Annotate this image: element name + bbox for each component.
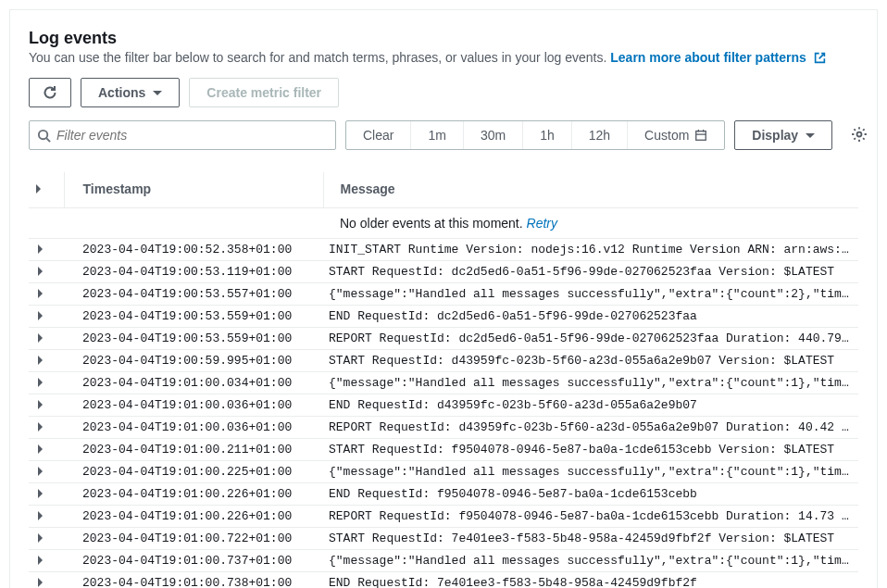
triangle-right-icon xyxy=(38,422,43,432)
timestamp-cell: 2023-04-04T19:01:00.036+01:00 xyxy=(64,417,323,439)
triangle-right-icon xyxy=(36,184,41,194)
message-cell: INIT_START Runtime Version: nodejs:16.v1… xyxy=(323,239,858,261)
timestamp-cell: 2023-04-04T19:01:00.034+01:00 xyxy=(64,372,323,394)
message-cell: START RequestId: f9504078-0946-5e87-ba0a… xyxy=(323,439,858,461)
table-row[interactable]: 2023-04-04T19:01:00.036+01:00END Request… xyxy=(29,394,858,417)
timestamp-cell: 2023-04-04T19:01:00.225+01:00 xyxy=(64,461,323,483)
message-cell: END RequestId: 7e401ee3-f583-5b48-958a-4… xyxy=(323,572,858,589)
external-link-icon xyxy=(814,52,826,64)
search-icon xyxy=(37,129,51,143)
table-row[interactable]: 2023-04-04T19:00:53.559+01:00END Request… xyxy=(29,306,858,328)
table-row[interactable]: 2023-04-04T19:00:53.557+01:00{"message":… xyxy=(29,283,858,306)
triangle-right-icon xyxy=(38,578,43,587)
chevron-down-icon xyxy=(153,91,162,95)
chevron-down-icon xyxy=(806,133,815,138)
message-cell: END RequestId: d43959fc-023b-5f60-a23d-0… xyxy=(323,394,858,417)
expand-toggle[interactable] xyxy=(29,506,64,528)
time-custom-button[interactable]: Custom xyxy=(628,121,724,149)
triangle-right-icon xyxy=(38,378,43,387)
table-row[interactable]: 2023-04-04T19:01:00.225+01:00{"message":… xyxy=(29,461,858,483)
timestamp-cell: 2023-04-04T19:01:00.737+01:00 xyxy=(64,550,323,572)
message-cell: START RequestId: dc2d5ed6-0a51-5f96-99de… xyxy=(323,261,858,283)
time-1m-button[interactable]: 1m xyxy=(411,121,463,149)
triangle-right-icon xyxy=(38,489,43,498)
timestamp-cell: 2023-04-04T19:01:00.738+01:00 xyxy=(64,572,323,589)
expand-toggle[interactable] xyxy=(29,572,64,589)
triangle-right-icon xyxy=(38,400,43,409)
action-toolbar: Actions Create metric filter xyxy=(29,78,858,107)
expand-column-header[interactable] xyxy=(29,172,64,208)
message-column-header[interactable]: Message xyxy=(323,172,858,208)
expand-toggle[interactable] xyxy=(29,239,64,261)
table-row[interactable]: 2023-04-04T19:00:52.358+01:00INIT_START … xyxy=(29,239,858,261)
message-cell: END RequestId: f9504078-0946-5e87-ba0a-1… xyxy=(323,483,858,506)
learn-more-link[interactable]: Learn more about filter patterns xyxy=(610,50,825,65)
table-row[interactable]: 2023-04-04T19:00:53.119+01:00START Reque… xyxy=(29,261,858,283)
expand-toggle[interactable] xyxy=(29,306,64,328)
search-input[interactable] xyxy=(56,128,328,143)
table-row[interactable]: 2023-04-04T19:01:00.722+01:00START Reque… xyxy=(29,528,858,550)
message-cell: START RequestId: 7e401ee3-f583-5b48-958a… xyxy=(323,528,858,550)
table-header-row: Timestamp Message xyxy=(29,172,858,208)
expand-toggle[interactable] xyxy=(29,350,64,372)
actions-label: Actions xyxy=(98,85,145,100)
time-30m-button[interactable]: 30m xyxy=(464,121,523,149)
page-subtitle: You can use the filter bar below to sear… xyxy=(29,50,858,65)
filter-controls: Clear 1m 30m 1h 12h Custom Display xyxy=(29,120,858,150)
table-row[interactable]: 2023-04-04T19:01:00.034+01:00{"message":… xyxy=(29,372,858,394)
page-title: Log events xyxy=(29,29,858,48)
triangle-right-icon xyxy=(38,289,43,298)
timestamp-cell: 2023-04-04T19:01:00.226+01:00 xyxy=(64,506,323,528)
expand-toggle[interactable] xyxy=(29,550,64,572)
create-metric-label: Create metric filter xyxy=(206,85,321,100)
triangle-right-icon xyxy=(38,244,43,254)
expand-toggle[interactable] xyxy=(29,528,64,550)
triangle-right-icon xyxy=(38,467,43,476)
expand-toggle[interactable] xyxy=(29,461,64,483)
custom-label: Custom xyxy=(644,128,689,143)
refresh-button[interactable] xyxy=(29,78,71,107)
expand-toggle[interactable] xyxy=(29,417,64,439)
message-cell: {"message":"Handled all messages success… xyxy=(323,283,858,306)
time-1h-button[interactable]: 1h xyxy=(523,121,572,149)
no-older-events-row: No older events at this moment. Retry xyxy=(29,208,858,239)
expand-toggle[interactable] xyxy=(29,394,64,417)
table-row[interactable]: 2023-04-04T19:01:00.737+01:00{"message":… xyxy=(29,550,858,572)
table-row[interactable]: 2023-04-04T19:01:00.738+01:00END Request… xyxy=(29,572,858,589)
timestamp-cell: 2023-04-04T19:01:00.226+01:00 xyxy=(64,483,323,506)
timestamp-cell: 2023-04-04T19:01:00.036+01:00 xyxy=(64,394,323,417)
expand-toggle[interactable] xyxy=(29,439,64,461)
retry-link[interactable]: Retry xyxy=(527,216,557,231)
settings-button[interactable] xyxy=(851,126,868,145)
table-row[interactable]: 2023-04-04T19:01:00.226+01:00REPORT Requ… xyxy=(29,506,858,528)
message-cell: START RequestId: d43959fc-023b-5f60-a23d… xyxy=(323,350,858,372)
log-events-panel: Log events You can use the filter bar be… xyxy=(9,9,878,588)
timestamp-column-header[interactable]: Timestamp xyxy=(64,172,323,208)
expand-toggle[interactable] xyxy=(29,372,64,394)
svg-rect-1 xyxy=(696,131,706,141)
table-row[interactable]: 2023-04-04T19:01:00.036+01:00REPORT Requ… xyxy=(29,417,858,439)
create-metric-filter-button[interactable]: Create metric filter xyxy=(189,78,339,107)
actions-button[interactable]: Actions xyxy=(81,78,180,107)
message-cell: REPORT RequestId: d43959fc-023b-5f60-a23… xyxy=(323,417,858,439)
time-12h-button[interactable]: 12h xyxy=(572,121,628,149)
triangle-right-icon xyxy=(38,311,43,320)
triangle-right-icon xyxy=(38,444,43,454)
no-older-text: No older events at this moment. xyxy=(340,216,527,231)
time-range-selector: Clear 1m 30m 1h 12h Custom xyxy=(345,120,725,150)
search-input-wrap[interactable] xyxy=(29,120,336,150)
expand-toggle[interactable] xyxy=(29,483,64,506)
calendar-icon xyxy=(694,129,707,142)
table-row[interactable]: 2023-04-04T19:01:00.226+01:00END Request… xyxy=(29,483,858,506)
table-row[interactable]: 2023-04-04T19:01:00.211+01:00START Reque… xyxy=(29,439,858,461)
table-row[interactable]: 2023-04-04T19:00:53.559+01:00REPORT Requ… xyxy=(29,328,858,350)
expand-toggle[interactable] xyxy=(29,328,64,350)
message-cell: REPORT RequestId: dc2d5ed6-0a51-5f96-99d… xyxy=(323,328,858,350)
clear-time-button[interactable]: Clear xyxy=(346,121,411,149)
timestamp-cell: 2023-04-04T19:01:00.211+01:00 xyxy=(64,439,323,461)
display-button[interactable]: Display xyxy=(734,120,832,150)
message-cell: {"message":"Handled all messages success… xyxy=(323,461,858,483)
expand-toggle[interactable] xyxy=(29,283,64,306)
expand-toggle[interactable] xyxy=(29,261,64,283)
table-row[interactable]: 2023-04-04T19:00:59.995+01:00START Reque… xyxy=(29,350,858,372)
